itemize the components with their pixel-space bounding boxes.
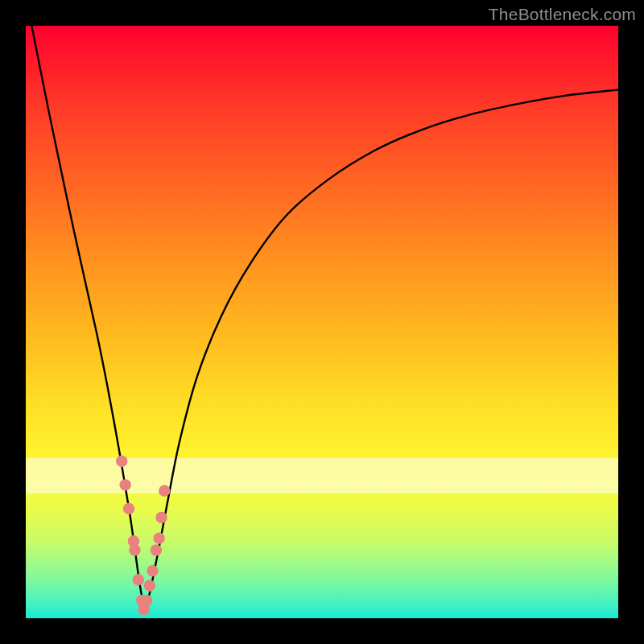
highlight-dot xyxy=(123,503,134,514)
highlight-dot xyxy=(141,595,152,606)
chart-frame: TheBottleneck.com xyxy=(0,0,644,644)
bottleneck-curve xyxy=(31,26,618,613)
highlight-dot xyxy=(159,485,170,497)
highlight-dot xyxy=(155,512,167,523)
highlight-dot xyxy=(151,544,162,555)
highlight-dot xyxy=(119,479,130,490)
plot-area xyxy=(26,26,618,618)
highlight-dot xyxy=(129,544,140,555)
highlight-dot xyxy=(153,532,164,543)
highlight-dot xyxy=(133,574,144,585)
highlight-dot xyxy=(144,580,155,591)
curve-layer xyxy=(26,26,618,618)
highlight-dot xyxy=(147,565,158,576)
watermark-text: TheBottleneck.com xyxy=(489,5,636,24)
highlight-dot xyxy=(116,456,127,467)
